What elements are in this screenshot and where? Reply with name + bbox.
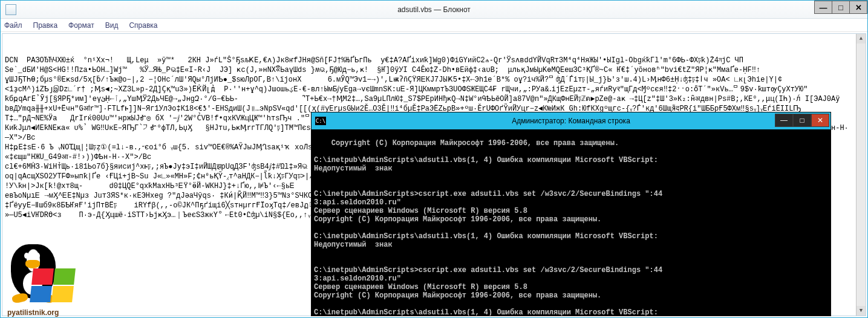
notepad-icon (5, 4, 16, 15)
maximize-button[interactable]: □ (832, 1, 850, 14)
menu-format[interactable]: Формат (68, 21, 94, 30)
cmd-icon: C:\ (315, 117, 326, 125)
menu-edit[interactable]: Правка (33, 21, 58, 30)
close-button[interactable]: ✕ (849, 1, 867, 14)
cmd-output[interactable]: Copyright (C) Корпорация Майкрософт 1996… (312, 129, 830, 316)
menu-view[interactable]: Вид (105, 21, 119, 30)
menu-file[interactable]: Файл (4, 21, 22, 30)
cmd-maximize-button[interactable]: □ (793, 114, 811, 127)
cmd-close-button[interactable]: ✕ (811, 114, 829, 127)
menu-help[interactable]: Справка (129, 21, 157, 30)
scroll-up-arrow-icon[interactable]: ▲ (857, 34, 866, 44)
cmd-titlebar[interactable]: C:\ Администратор: Командная строка — □ … (312, 112, 830, 129)
scroll-down-arrow-icon[interactable]: ▼ (857, 306, 866, 316)
notepad-menubar: Файл Правка Формат Вид Справка (1, 19, 867, 32)
notepad-window-controls: — □ ✕ (815, 1, 867, 14)
notepad-titlebar[interactable]: adsutil.vbs — Блокнот — □ ✕ (1, 1, 867, 19)
cmd-window: C:\ Администратор: Командная строка — □ … (311, 112, 831, 316)
notepad-title: adsutil.vbs — Блокнот (397, 5, 471, 14)
cmd-minimize-button[interactable]: — (775, 114, 793, 127)
vertical-scrollbar[interactable]: ▲ ▼ (856, 34, 866, 316)
minimize-button[interactable]: — (814, 1, 832, 14)
cmd-window-controls: — □ ✕ (775, 114, 829, 127)
scroll-track[interactable] (857, 44, 866, 306)
cmd-title: Администратор: Командная строка (512, 117, 630, 125)
